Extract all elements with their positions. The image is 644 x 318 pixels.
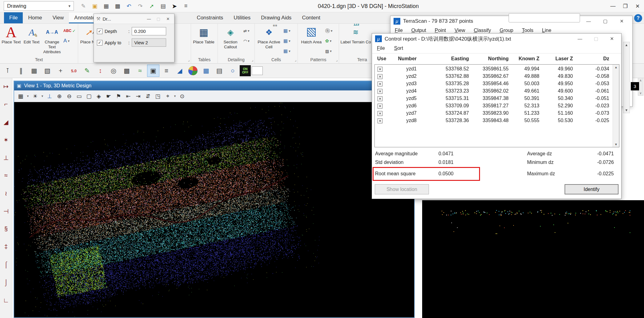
depth-checkbox[interactable]: ✓ xyxy=(97,29,102,34)
use-checkbox[interactable]: ✕ xyxy=(378,118,382,123)
scroll-down-icon[interactable]: ▼ xyxy=(625,108,628,112)
use-checkbox[interactable]: ✕ xyxy=(378,111,382,116)
view-tool-button[interactable]: ▢ xyxy=(84,92,94,101)
search-ribbon-input[interactable] xyxy=(509,13,580,22)
quick-access-button[interactable]: ▦ xyxy=(102,2,111,11)
view-tool-button[interactable]: ☛ xyxy=(104,92,113,101)
quick-access-button[interactable]: ➤ xyxy=(170,2,179,11)
ribbon-tab[interactable]: View xyxy=(47,12,69,23)
use-checkbox[interactable]: ✕ xyxy=(378,89,382,94)
maximize-button[interactable]: ▢ xyxy=(603,18,607,24)
dialog-launcher-icon[interactable]: ⌟ xyxy=(188,58,190,62)
scroll-up-icon[interactable]: ▲ xyxy=(614,66,618,69)
use-checkbox[interactable]: ✕ xyxy=(378,67,382,72)
section-view-canvas[interactable] xyxy=(422,200,644,318)
quick-access-button[interactable]: ▤ xyxy=(158,2,168,11)
menu-item[interactable]: Point xyxy=(435,28,446,33)
table-row[interactable]: ✕ yzd2 533762.88 3359862.67 49.888 49.83… xyxy=(375,73,613,80)
toolbar-button[interactable]: ∥ xyxy=(15,65,27,77)
table-row[interactable]: ✕ yzd3 533735.28 3359854.46 50.003 49.95… xyxy=(375,80,613,87)
pattern-tool-button[interactable]: ▨▾ xyxy=(324,46,334,56)
dialog-launcher-icon[interactable]: ⌟ xyxy=(251,58,253,62)
table-row[interactable]: ✕ yzd8 533728.36 3359843.48 50.555 50.53… xyxy=(375,117,613,124)
left-tool-button[interactable]: ✶ xyxy=(1,134,11,145)
left-tool-button[interactable]: ∟ xyxy=(1,295,11,306)
ribbon-tab[interactable]: Home xyxy=(23,12,47,23)
use-checkbox[interactable]: ✕ xyxy=(378,96,382,101)
toolbar-button[interactable]: ✎ xyxy=(81,65,93,77)
view-tool-button[interactable]: ⊙ xyxy=(178,92,187,101)
view-tool-button[interactable]: ⇵ xyxy=(143,92,153,101)
cell-tool-button[interactable]: ▦▾ xyxy=(282,36,291,46)
ribbon-tab[interactable]: Drawing Aids xyxy=(256,12,297,23)
toolbar-button[interactable]: ○ xyxy=(226,65,239,77)
toolbar-button[interactable] xyxy=(252,66,263,75)
help-button[interactable]: ? xyxy=(634,14,642,22)
toolbar-button[interactable]: ▦ xyxy=(200,65,212,77)
toolbar-button[interactable]: ON OFF xyxy=(240,65,251,76)
view-tool-button[interactable]: ▾ xyxy=(40,92,44,101)
spell-check-button[interactable]: ABC✓ xyxy=(62,26,77,35)
ribbon-tab[interactable]: Utilities xyxy=(228,12,256,23)
scroll-up-icon[interactable]: ▲ xyxy=(625,43,628,47)
pattern-tool-button[interactable]: ✿▾ xyxy=(324,36,334,46)
toolbar-button[interactable]: ◎ xyxy=(107,65,120,77)
dialog-minimize-button[interactable]: — xyxy=(145,17,153,21)
workflow-selector[interactable]: Drawing ▾ xyxy=(4,1,74,11)
table-scrollbar[interactable]: ▲ ▼ xyxy=(613,65,619,147)
terrascan-scrollbar[interactable]: ▲ ▼ xyxy=(623,42,630,113)
left-tool-button[interactable]: ⌡ xyxy=(1,277,11,288)
chevron-up-icon[interactable]: ∧ xyxy=(639,79,642,82)
left-tool-button[interactable]: § xyxy=(1,223,11,235)
dialog-launcher-icon[interactable]: ⌟ xyxy=(294,58,296,62)
toolbar-button[interactable]: ⊺ xyxy=(2,65,14,77)
pattern-tool-button[interactable]: ⓐ▾ xyxy=(324,26,334,35)
menu-item[interactable]: Output xyxy=(411,28,426,33)
view-tool-button[interactable]: ⊖ xyxy=(65,92,74,101)
chevron-down-icon[interactable]: ∨ xyxy=(639,91,642,95)
control-report-title-bar[interactable]: μ Control report - D:\培训用数据\0420纵横演示\yzd… xyxy=(372,34,621,44)
edit-text-button[interactable]: A✎ Edit Text xyxy=(22,25,41,55)
left-tool-button[interactable]: ‡ xyxy=(1,241,11,252)
toolbar-button[interactable]: ▤ xyxy=(213,65,226,77)
table-row[interactable]: ✕ yzd6 533709.09 3359817.27 52.313 52.29… xyxy=(375,102,613,109)
toolbar-button[interactable]: ● xyxy=(188,66,198,75)
view-tool-button[interactable]: ☀ xyxy=(30,92,40,101)
section-callout-button[interactable]: ◈ Section Callout xyxy=(219,25,242,55)
place-text-button[interactable]: A Place Text xyxy=(1,25,21,55)
left-tool-button[interactable]: ⌠ xyxy=(1,259,11,270)
toolbar-button[interactable]: ▦ xyxy=(28,65,40,77)
left-tool-button[interactable]: ⊣ xyxy=(1,205,11,217)
view-tool-button[interactable]: ⇥ xyxy=(134,92,143,101)
menu-item[interactable]: File xyxy=(377,46,385,51)
identify-button[interactable]: Identify xyxy=(565,184,618,194)
cell-tool-button[interactable]: ▦▾ xyxy=(282,26,291,35)
quick-access-button[interactable]: ▣ xyxy=(90,2,99,11)
left-tool-button[interactable]: ≀ xyxy=(1,188,11,199)
scroll-down-icon[interactable]: ▼ xyxy=(614,143,618,146)
view-tool-button[interactable]: ▦ xyxy=(16,92,25,101)
menu-item[interactable]: View xyxy=(454,28,465,33)
quick-access-button[interactable]: ≡ xyxy=(181,2,190,11)
use-checkbox[interactable]: ✕ xyxy=(378,104,382,109)
left-tool-button[interactable]: ⊥ xyxy=(1,152,11,163)
detail-callout-button[interactable]: ⇄▾ xyxy=(242,26,250,35)
change-text-attributes-button[interactable]: A→A Change Text Attributes xyxy=(42,25,62,55)
menu-item[interactable]: Tools xyxy=(522,28,533,33)
place-table-button[interactable]: ▦ Place Table xyxy=(192,25,215,55)
menu-item[interactable]: File xyxy=(395,28,403,33)
minimize-button[interactable]: — xyxy=(586,18,591,24)
title-text-button[interactable]: ◠▾ xyxy=(242,36,250,46)
view-tool-button[interactable]: ⌖ xyxy=(163,92,172,101)
apply-to-select[interactable]: View 2 xyxy=(132,38,166,47)
view-tool-button[interactable]: ⇤ xyxy=(124,92,133,101)
label-terrain-button[interactable]: ≋123 Label Terrain Co xyxy=(340,25,371,55)
use-checkbox[interactable]: ✕ xyxy=(378,81,382,86)
view-tool-button[interactable]: ▾ xyxy=(26,92,30,101)
ribbon-tab[interactable]: Constraints xyxy=(191,12,228,23)
toolbar-button[interactable]: ≈ xyxy=(134,65,146,77)
use-checkbox[interactable]: ✕ xyxy=(378,74,382,79)
view-tool-button[interactable]: ⊥ xyxy=(45,92,54,101)
table-row[interactable]: ✕ yzd7 533724.87 3359823.90 51.233 51.16… xyxy=(375,109,613,117)
view-tool-button[interactable]: ◈ xyxy=(94,92,103,101)
